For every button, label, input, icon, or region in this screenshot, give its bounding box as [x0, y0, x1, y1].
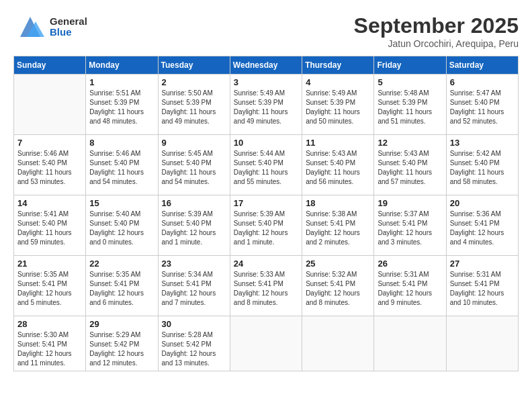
- day-number: 27: [450, 259, 515, 269]
- calendar-week-3: 14Sunrise: 5:41 AM Sunset: 5:40 PM Dayli…: [14, 195, 519, 256]
- day-number: 29: [89, 319, 154, 329]
- calendar-cell: [230, 316, 302, 371]
- location: Jatun Orcochiri, Arequipa, Peru: [354, 38, 519, 49]
- day-info: Sunrise: 5:48 AM Sunset: 5:39 PM Dayligh…: [378, 89, 442, 126]
- calendar-cell: 18Sunrise: 5:38 AM Sunset: 5:41 PM Dayli…: [302, 195, 374, 256]
- column-header-wednesday: Wednesday: [230, 56, 302, 75]
- day-number: 8: [89, 138, 154, 148]
- day-info: Sunrise: 5:43 AM Sunset: 5:40 PM Dayligh…: [378, 149, 442, 187]
- day-number: 17: [234, 198, 298, 208]
- day-info: Sunrise: 5:33 AM Sunset: 5:41 PM Dayligh…: [234, 270, 298, 308]
- day-number: 6: [450, 77, 515, 87]
- calendar-cell: 10Sunrise: 5:44 AM Sunset: 5:40 PM Dayli…: [230, 135, 302, 195]
- column-header-friday: Friday: [374, 56, 446, 75]
- day-number: 25: [306, 259, 370, 269]
- day-number: 19: [378, 198, 442, 208]
- day-number: 2: [162, 77, 226, 87]
- day-number: 13: [450, 138, 515, 148]
- day-info: Sunrise: 5:35 AM Sunset: 5:41 PM Dayligh…: [17, 270, 82, 308]
- calendar-cell: 21Sunrise: 5:35 AM Sunset: 5:41 PM Dayli…: [14, 256, 86, 316]
- day-number: 26: [378, 259, 442, 269]
- calendar-week-5: 28Sunrise: 5:30 AM Sunset: 5:41 PM Dayli…: [14, 316, 519, 371]
- calendar-cell: 12Sunrise: 5:43 AM Sunset: 5:40 PM Dayli…: [374, 135, 446, 195]
- day-number: 22: [89, 259, 154, 269]
- calendar-cell: 22Sunrise: 5:35 AM Sunset: 5:41 PM Dayli…: [86, 256, 158, 316]
- calendar-cell: 20Sunrise: 5:36 AM Sunset: 5:41 PM Dayli…: [446, 195, 518, 256]
- logo-icon: [13, 13, 47, 40]
- day-info: Sunrise: 5:29 AM Sunset: 5:42 PM Dayligh…: [89, 330, 154, 368]
- day-info: Sunrise: 5:39 AM Sunset: 5:40 PM Dayligh…: [162, 210, 226, 247]
- calendar-cell: 11Sunrise: 5:43 AM Sunset: 5:40 PM Dayli…: [302, 135, 374, 195]
- calendar-cell: 25Sunrise: 5:32 AM Sunset: 5:41 PM Dayli…: [302, 256, 374, 316]
- logo-general: General: [50, 16, 87, 28]
- day-info: Sunrise: 5:30 AM Sunset: 5:41 PM Dayligh…: [17, 330, 82, 368]
- day-number: 23: [162, 259, 226, 269]
- calendar-cell: [446, 316, 518, 371]
- title-block: September 2025 Jatun Orcochiri, Arequipa…: [354, 13, 519, 49]
- day-number: 21: [17, 259, 82, 269]
- day-number: 5: [378, 77, 442, 87]
- calendar-cell: 6Sunrise: 5:47 AM Sunset: 5:40 PM Daylig…: [446, 75, 518, 135]
- day-number: 12: [378, 138, 442, 148]
- day-info: Sunrise: 5:49 AM Sunset: 5:39 PM Dayligh…: [234, 89, 298, 126]
- calendar-cell: 5Sunrise: 5:48 AM Sunset: 5:39 PM Daylig…: [374, 75, 446, 135]
- column-header-thursday: Thursday: [302, 56, 374, 75]
- calendar-table: SundayMondayTuesdayWednesdayThursdayFrid…: [13, 56, 519, 371]
- day-info: Sunrise: 5:32 AM Sunset: 5:41 PM Dayligh…: [306, 270, 370, 308]
- calendar-week-4: 21Sunrise: 5:35 AM Sunset: 5:41 PM Dayli…: [14, 256, 519, 316]
- calendar-cell: 9Sunrise: 5:45 AM Sunset: 5:40 PM Daylig…: [158, 135, 230, 195]
- calendar-cell: 3Sunrise: 5:49 AM Sunset: 5:39 PM Daylig…: [230, 75, 302, 135]
- calendar-cell: 28Sunrise: 5:30 AM Sunset: 5:41 PM Dayli…: [14, 316, 86, 371]
- day-info: Sunrise: 5:40 AM Sunset: 5:40 PM Dayligh…: [89, 210, 154, 247]
- calendar-cell: [14, 75, 86, 135]
- day-info: Sunrise: 5:46 AM Sunset: 5:40 PM Dayligh…: [89, 149, 154, 187]
- day-info: Sunrise: 5:34 AM Sunset: 5:41 PM Dayligh…: [162, 270, 226, 308]
- calendar-cell: 13Sunrise: 5:42 AM Sunset: 5:40 PM Dayli…: [446, 135, 518, 195]
- calendar-cell: 4Sunrise: 5:49 AM Sunset: 5:39 PM Daylig…: [302, 75, 374, 135]
- day-number: 9: [162, 138, 226, 148]
- logo-text: General Blue: [50, 16, 87, 38]
- day-info: Sunrise: 5:38 AM Sunset: 5:41 PM Dayligh…: [306, 210, 370, 247]
- month-title: September 2025: [354, 13, 519, 38]
- day-number: 14: [17, 198, 82, 208]
- calendar-cell: 16Sunrise: 5:39 AM Sunset: 5:40 PM Dayli…: [158, 195, 230, 256]
- logo: General Blue: [13, 13, 87, 40]
- calendar-cell: 29Sunrise: 5:29 AM Sunset: 5:42 PM Dayli…: [86, 316, 158, 371]
- calendar-cell: 15Sunrise: 5:40 AM Sunset: 5:40 PM Dayli…: [86, 195, 158, 256]
- calendar-cell: 14Sunrise: 5:41 AM Sunset: 5:40 PM Dayli…: [14, 195, 86, 256]
- calendar-cell: 24Sunrise: 5:33 AM Sunset: 5:41 PM Dayli…: [230, 256, 302, 316]
- calendar-cell: 7Sunrise: 5:46 AM Sunset: 5:40 PM Daylig…: [14, 135, 86, 195]
- calendar-cell: 23Sunrise: 5:34 AM Sunset: 5:41 PM Dayli…: [158, 256, 230, 316]
- column-header-monday: Monday: [86, 56, 158, 75]
- calendar-cell: 30Sunrise: 5:28 AM Sunset: 5:42 PM Dayli…: [158, 316, 230, 371]
- day-info: Sunrise: 5:35 AM Sunset: 5:41 PM Dayligh…: [89, 270, 154, 308]
- day-number: 1: [89, 77, 154, 87]
- day-number: 7: [17, 138, 82, 148]
- day-number: 3: [234, 77, 298, 87]
- day-info: Sunrise: 5:31 AM Sunset: 5:41 PM Dayligh…: [450, 270, 515, 308]
- day-number: 10: [234, 138, 298, 148]
- day-info: Sunrise: 5:28 AM Sunset: 5:42 PM Dayligh…: [162, 330, 226, 368]
- calendar-cell: 1Sunrise: 5:51 AM Sunset: 5:39 PM Daylig…: [86, 75, 158, 135]
- day-number: 24: [234, 259, 298, 269]
- day-number: 30: [162, 319, 226, 329]
- day-info: Sunrise: 5:49 AM Sunset: 5:39 PM Dayligh…: [306, 89, 370, 126]
- day-info: Sunrise: 5:41 AM Sunset: 5:40 PM Dayligh…: [17, 210, 82, 247]
- day-info: Sunrise: 5:47 AM Sunset: 5:40 PM Dayligh…: [450, 89, 515, 126]
- day-info: Sunrise: 5:42 AM Sunset: 5:40 PM Dayligh…: [450, 149, 515, 187]
- calendar-cell: 8Sunrise: 5:46 AM Sunset: 5:40 PM Daylig…: [86, 135, 158, 195]
- day-info: Sunrise: 5:46 AM Sunset: 5:40 PM Dayligh…: [17, 149, 82, 187]
- calendar-week-2: 7Sunrise: 5:46 AM Sunset: 5:40 PM Daylig…: [14, 135, 519, 195]
- calendar-cell: 26Sunrise: 5:31 AM Sunset: 5:41 PM Dayli…: [374, 256, 446, 316]
- day-info: Sunrise: 5:39 AM Sunset: 5:40 PM Dayligh…: [234, 210, 298, 247]
- day-info: Sunrise: 5:43 AM Sunset: 5:40 PM Dayligh…: [306, 149, 370, 187]
- day-number: 28: [17, 319, 82, 329]
- calendar-cell: 2Sunrise: 5:50 AM Sunset: 5:39 PM Daylig…: [158, 75, 230, 135]
- column-header-saturday: Saturday: [446, 56, 518, 75]
- calendar-cell: 19Sunrise: 5:37 AM Sunset: 5:41 PM Dayli…: [374, 195, 446, 256]
- day-info: Sunrise: 5:50 AM Sunset: 5:39 PM Dayligh…: [162, 89, 226, 126]
- day-info: Sunrise: 5:37 AM Sunset: 5:41 PM Dayligh…: [378, 210, 442, 247]
- day-number: 4: [306, 77, 370, 87]
- day-number: 11: [306, 138, 370, 148]
- day-info: Sunrise: 5:45 AM Sunset: 5:40 PM Dayligh…: [162, 149, 226, 187]
